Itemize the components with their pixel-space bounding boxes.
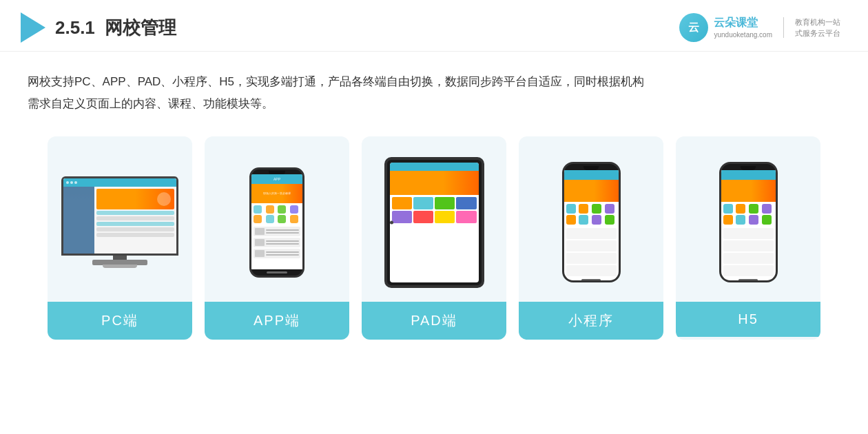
- cards-section: PC端 APP 职场人的第一堂必修课: [0, 130, 868, 353]
- pad-camera: [390, 220, 393, 224]
- header: 2.5.1 网校管理 云朵课堂 yunduoketang.com 教育机构一站 …: [0, 0, 868, 52]
- card-miniprogram: 小程序: [519, 136, 663, 340]
- card-mini-image: [519, 136, 663, 302]
- card-h5-label: H5: [676, 302, 820, 337]
- card-pc-label: PC端: [48, 302, 192, 340]
- card-app-image: APP 职场人的第一堂必修课: [205, 136, 349, 302]
- pad-screen: [390, 163, 479, 282]
- pad-device-mock: [384, 157, 484, 288]
- card-pad-image: [362, 136, 506, 302]
- pc-device-mock: [61, 176, 178, 268]
- brand-logo: 云朵课堂 yunduoketang.com 教育机构一站 式服务云平台: [679, 13, 840, 42]
- card-pc: PC端: [48, 136, 192, 340]
- app-device-mock: APP 职场人的第一堂必修课: [249, 167, 304, 278]
- description-line1: 网校支持PC、APP、PAD、小程序、H5，实现多端打通，产品各终端自由切换，数…: [28, 71, 840, 93]
- card-mini-label: 小程序: [519, 302, 663, 340]
- card-app-label: APP端: [205, 302, 349, 340]
- logo-arrow-icon: [21, 12, 45, 43]
- description-line2: 需求自定义页面上的内容、课程、功能模块等。: [28, 93, 840, 115]
- h5-screen: [721, 170, 776, 280]
- pc-screen: [61, 176, 178, 256]
- phone-home: [267, 271, 287, 273]
- pad-body: [384, 157, 484, 288]
- h5-phone-body: [719, 162, 778, 282]
- header-left: 2.5.1 网校管理: [21, 12, 176, 43]
- card-pad-label: PAD端: [362, 302, 506, 340]
- card-pc-image: [48, 136, 192, 302]
- card-h5-image: [676, 136, 820, 302]
- card-pad: PAD端: [362, 136, 506, 340]
- brand-slogan: 教育机构一站 式服务云平台: [795, 17, 840, 39]
- description-block: 网校支持PC、APP、PAD、小程序、H5，实现多端打通，产品各终端自由切换，数…: [0, 52, 868, 130]
- mini-device-mock: [562, 162, 621, 282]
- app-phone-body: APP 职场人的第一堂必修课: [249, 167, 304, 278]
- brand-logo-icon: [679, 13, 708, 42]
- logo-divider: [783, 17, 784, 38]
- mini-screen: [564, 170, 619, 280]
- page-title: 2.5.1 网校管理: [55, 16, 176, 40]
- card-h5: H5: [676, 136, 820, 340]
- h5-device-mock: [719, 162, 778, 282]
- mini-phone-body: [562, 162, 621, 282]
- card-app: APP 职场人的第一堂必修课: [205, 136, 349, 340]
- phone-screen: APP 职场人的第一堂必修课: [251, 174, 302, 269]
- brand-text: 云朵课堂 yunduoketang.com: [714, 15, 772, 40]
- phone-notch: [269, 171, 285, 174]
